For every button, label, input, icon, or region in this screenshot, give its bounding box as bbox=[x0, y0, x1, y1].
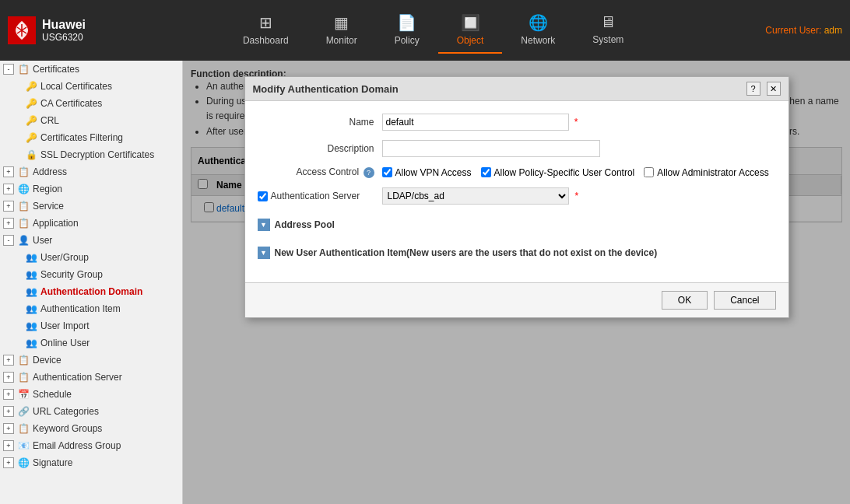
allow-vpn-checkbox[interactable] bbox=[382, 167, 392, 177]
expand-signature[interactable]: + bbox=[3, 457, 14, 468]
sidebar-label-local-certs: Local Certificates bbox=[40, 81, 112, 92]
name-input[interactable] bbox=[382, 114, 569, 131]
object-icon: 🔲 bbox=[461, 13, 480, 32]
expand-address[interactable]: + bbox=[3, 166, 14, 177]
expand-email-address-group[interactable]: + bbox=[3, 440, 14, 451]
sidebar-item-user[interactable]: - 👤 User bbox=[0, 232, 182, 249]
sidebar-item-keyword-groups[interactable]: + 📋 Keyword Groups bbox=[0, 420, 182, 437]
tab-object[interactable]: 🔲 Object bbox=[438, 7, 503, 54]
access-control-help-icon[interactable]: ? bbox=[364, 167, 374, 178]
name-field-row: Name * bbox=[258, 114, 776, 131]
tab-system-label: System bbox=[592, 34, 623, 45]
sidebar-item-crl[interactable]: 🔑 CRL bbox=[6, 112, 182, 129]
email-address-group-icon: 📧 bbox=[17, 439, 30, 452]
modal-help-button[interactable]: ? bbox=[746, 82, 760, 96]
sidebar-item-ca-certs[interactable]: 🔑 CA Certificates bbox=[6, 95, 182, 112]
sidebar-item-auth-server[interactable]: + 📋 Authentication Server bbox=[0, 369, 182, 386]
tab-policy[interactable]: 📄 Policy bbox=[376, 7, 438, 54]
keyword-groups-icon: 📋 bbox=[17, 422, 30, 435]
sidebar-label-address: Address bbox=[33, 166, 67, 177]
sidebar-item-certificates[interactable]: - 📋 Certificates bbox=[0, 61, 182, 78]
new-user-auth-section[interactable]: ▼ New User Authentication Item(New users… bbox=[258, 242, 776, 264]
sidebar-item-service[interactable]: + 📋 Service bbox=[0, 198, 182, 215]
auth-server-checkbox[interactable] bbox=[258, 191, 268, 201]
sidebar-label-ca-certs: CA Certificates bbox=[40, 98, 102, 109]
expand-service[interactable]: + bbox=[3, 201, 14, 212]
sidebar-item-application[interactable]: + 📋 Application bbox=[0, 215, 182, 232]
sidebar-label-device: Device bbox=[33, 355, 61, 366]
modal-body: Name * Description bbox=[245, 101, 789, 282]
model-name: USG6320 bbox=[42, 32, 86, 43]
sidebar-label-region: Region bbox=[33, 184, 62, 194]
sidebar-label-certificates: Certificates bbox=[33, 64, 79, 75]
sidebar-item-ssl-certs[interactable]: 🔒 SSL Decryption Certificates bbox=[6, 146, 182, 163]
sidebar-item-auth-domain[interactable]: 👥 Authentication Domain bbox=[6, 283, 182, 300]
expand-auth-server[interactable]: + bbox=[3, 372, 14, 383]
cancel-button[interactable]: Cancel bbox=[714, 291, 775, 310]
sidebar-item-user-group[interactable]: 👥 User/Group bbox=[6, 249, 182, 266]
expand-region[interactable]: + bbox=[3, 184, 14, 194]
expand-application[interactable]: + bbox=[3, 218, 14, 229]
sidebar-item-email-address-group[interactable]: + 📧 Email Address Group bbox=[0, 437, 182, 454]
current-user-value: adm bbox=[824, 25, 842, 36]
expand-certificates[interactable]: - bbox=[3, 64, 14, 75]
description-input[interactable] bbox=[382, 140, 600, 157]
tab-policy-label: Policy bbox=[395, 35, 420, 46]
modal-header: Modify Authentication Domain ? ✕ bbox=[245, 77, 789, 101]
security-group-icon: 👥 bbox=[25, 268, 37, 281]
tab-dashboard[interactable]: ⊞ Dashboard bbox=[224, 7, 307, 54]
tab-monitor-label: Monitor bbox=[326, 35, 357, 46]
auth-server-control: LDAP/cbs_ad Local RADIUS * bbox=[382, 187, 776, 205]
sidebar-label-user: User bbox=[33, 235, 52, 246]
sidebar-item-region[interactable]: + 🌐 Region bbox=[0, 180, 182, 198]
device-icon: 📋 bbox=[17, 354, 30, 366]
sidebar-item-signature[interactable]: + 🌐 Signature bbox=[0, 454, 182, 471]
current-user-label: Current User: bbox=[765, 25, 821, 36]
sidebar-label-certs-filtering: Certificates Filtering bbox=[40, 132, 123, 143]
modal-close-button[interactable]: ✕ bbox=[767, 82, 781, 96]
address-pool-section[interactable]: ▼ Address Pool bbox=[258, 214, 776, 236]
allow-policy-text: Allow Policy-Specific User Control bbox=[494, 167, 635, 178]
brand-name: Huawei bbox=[42, 18, 86, 32]
allow-policy-label: Allow Policy-Specific User Control bbox=[481, 167, 635, 178]
sidebar-item-user-import[interactable]: 👥 User Import bbox=[6, 317, 182, 334]
sidebar-item-certs-filtering[interactable]: 🔑 Certificates Filtering bbox=[6, 129, 182, 146]
auth-server-label: Authentication Server bbox=[258, 191, 382, 201]
main-layout: - 📋 Certificates 🔑 Local Certificates 🔑 … bbox=[0, 61, 850, 504]
ssl-certs-icon: 🔒 bbox=[25, 149, 37, 161]
expand-schedule[interactable]: + bbox=[3, 389, 14, 400]
sidebar-item-auth-item[interactable]: 👥 Authentication Item bbox=[6, 300, 182, 317]
auth-server-select[interactable]: LDAP/cbs_ad Local RADIUS bbox=[382, 187, 569, 205]
allow-vpn-text: Allow VPN Access bbox=[395, 167, 472, 178]
modal-title: Modify Authentication Domain bbox=[253, 83, 399, 95]
sidebar-item-schedule[interactable]: + 📅 Schedule bbox=[0, 386, 182, 403]
sidebar-label-security-group: Security Group bbox=[40, 269, 103, 280]
ok-button[interactable]: OK bbox=[662, 291, 708, 310]
application-icon: 📋 bbox=[17, 217, 30, 229]
address-pool-title: Address Pool bbox=[275, 219, 335, 230]
sidebar-label-application: Application bbox=[33, 218, 79, 229]
sidebar-item-online-user[interactable]: 👥 Online User bbox=[6, 334, 182, 352]
tab-system[interactable]: 🖥 System bbox=[574, 7, 642, 54]
sidebar-item-security-group[interactable]: 👥 Security Group bbox=[6, 266, 182, 283]
allow-admin-checkbox[interactable] bbox=[644, 167, 654, 177]
access-control-text: Access Control bbox=[296, 166, 359, 177]
content-area: Function description: An authentication … bbox=[183, 61, 850, 504]
tab-object-label: Object bbox=[457, 35, 484, 46]
sidebar-item-address[interactable]: + 📋 Address bbox=[0, 163, 182, 180]
sidebar-item-local-certs[interactable]: 🔑 Local Certificates bbox=[6, 78, 182, 95]
sidebar-label-auth-server: Authentication Server bbox=[33, 372, 122, 383]
expand-keyword-groups[interactable]: + bbox=[3, 423, 14, 434]
tab-network[interactable]: 🌐 Network bbox=[502, 7, 574, 54]
tab-monitor[interactable]: ▦ Monitor bbox=[307, 7, 376, 54]
expand-user[interactable]: - bbox=[3, 235, 14, 246]
modify-auth-domain-modal: Modify Authentication Domain ? ✕ Nam bbox=[244, 76, 789, 318]
sidebar-item-url-categories[interactable]: + 🔗 URL Categories bbox=[0, 403, 182, 420]
sidebar-item-device[interactable]: + 📋 Device bbox=[0, 352, 182, 369]
allow-policy-checkbox[interactable] bbox=[481, 167, 491, 177]
allow-vpn-label: Allow VPN Access bbox=[382, 167, 472, 178]
auth-server-required-star: * bbox=[575, 191, 579, 201]
expand-url-categories[interactable]: + bbox=[3, 406, 14, 417]
description-field-row: Description bbox=[258, 140, 776, 157]
expand-device[interactable]: + bbox=[3, 355, 14, 366]
